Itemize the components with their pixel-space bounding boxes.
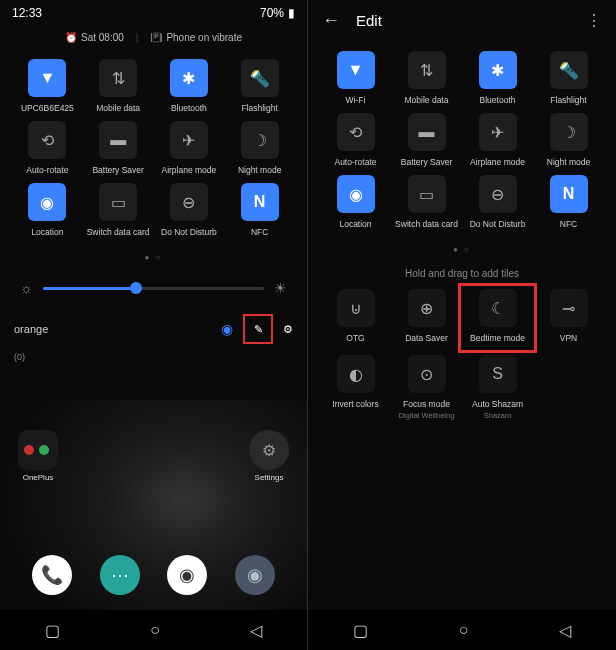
tile-moon[interactable]: ☽Night mode: [226, 121, 293, 175]
tile-dnd[interactable]: ⊖Do Not Disturb: [464, 175, 531, 229]
nav-back-icon[interactable]: ◁: [250, 621, 262, 640]
moon-icon: ☽: [241, 121, 279, 159]
tile-wifi[interactable]: ▼UPC6B6E425: [14, 59, 81, 113]
nav-back-icon[interactable]: ◁: [559, 621, 571, 640]
edit-header: ← Edit ⋮: [308, 0, 616, 41]
tile-label: Flashlight: [241, 103, 277, 113]
tile-airplane[interactable]: ✈Airplane mode: [156, 121, 223, 175]
extra-tile-grid: ⊍OTG⊕Data Saver☾Bedtime mode⊸VPN◐Invert …: [308, 279, 616, 430]
tile-invert[interactable]: ◐Invert colors: [322, 355, 389, 420]
back-icon[interactable]: ←: [322, 10, 340, 31]
folder-icon: [18, 430, 58, 470]
tile-label: VPN: [560, 333, 577, 343]
sim-icon: ▭: [99, 183, 137, 221]
tile-nfc[interactable]: NNFC: [535, 175, 602, 229]
chrome-app-icon[interactable]: ◉: [167, 555, 207, 595]
swap-icon: ⇅: [408, 51, 446, 89]
moon-icon: ☽: [550, 113, 588, 151]
camera-app-icon[interactable]: ◉: [235, 555, 275, 595]
tile-label: Flashlight: [550, 95, 586, 105]
battery-icon: ▬: [408, 113, 446, 151]
tile-grid: ▼UPC6B6E425⇅Mobile data✱Bluetooth🔦Flashl…: [0, 49, 307, 247]
app-settings[interactable]: ⚙ Settings: [249, 430, 289, 482]
nfc-icon: N: [241, 183, 279, 221]
page-dots[interactable]: ● ○: [308, 239, 616, 260]
tile-label: Mobile data: [96, 103, 140, 113]
tile-swap[interactable]: ⇅Mobile data: [393, 51, 460, 105]
edit-icon[interactable]: ✎: [254, 323, 263, 336]
tile-label: UPC6B6E425: [21, 103, 74, 113]
tile-sim[interactable]: ▭Switch data card: [393, 175, 460, 229]
vibrate-info[interactable]: 📳 Phone on vibrate: [150, 32, 242, 43]
tile-dnd[interactable]: ⊖Do Not Disturb: [156, 183, 223, 237]
datasaver-icon: ⊕: [408, 289, 446, 327]
dnd-icon: ⊖: [479, 175, 517, 213]
nav-recents-icon[interactable]: ▢: [45, 621, 60, 640]
tile-moon[interactable]: ☽Night mode: [535, 113, 602, 167]
page-dots[interactable]: ● ○: [0, 247, 307, 268]
tile-airplane[interactable]: ✈Airplane mode: [464, 113, 531, 167]
tile-label: Airplane mode: [470, 157, 525, 167]
tile-shazam[interactable]: SAuto ShazamShazam: [464, 355, 531, 420]
tile-label: Switch data card: [87, 227, 150, 237]
tile-bedtime[interactable]: ☾Bedtime mode: [464, 289, 531, 347]
quicksettings-screen: 12:33 70% ▮ ⏰ Sat 08:00 | 📳 Phone on vib…: [0, 0, 308, 650]
clock: 12:33: [12, 6, 42, 20]
messages-app-icon[interactable]: ⋯: [100, 555, 140, 595]
tile-label: Bluetooth: [171, 103, 207, 113]
vpn-icon: ⊸: [550, 289, 588, 327]
tile-sim[interactable]: ▭Switch data card: [85, 183, 152, 237]
tile-label: Focus mode: [403, 399, 450, 409]
tile-label: NFC: [251, 227, 268, 237]
tile-location[interactable]: ◉Location: [14, 183, 81, 237]
user-icon[interactable]: ◉: [221, 321, 233, 337]
brightness-slider[interactable]: ☼ ☀: [0, 268, 307, 308]
tile-label: Auto-rotate: [26, 165, 68, 175]
tile-battery[interactable]: ▬Battery Saver: [85, 121, 152, 175]
tile-bluetooth[interactable]: ✱Bluetooth: [156, 59, 223, 113]
tile-label: Location: [31, 227, 63, 237]
nav-home-icon[interactable]: ○: [150, 621, 160, 639]
tile-flashlight[interactable]: 🔦Flashlight: [535, 51, 602, 105]
tile-label: Night mode: [547, 157, 590, 167]
bedtime-icon: ☾: [479, 289, 517, 327]
slider-thumb[interactable]: [130, 282, 142, 294]
tile-usb[interactable]: ⊍OTG: [322, 289, 389, 347]
shazam-icon: S: [479, 355, 517, 393]
tile-rotate[interactable]: ⟲Auto-rotate: [14, 121, 81, 175]
nfc-icon: N: [550, 175, 588, 213]
tile-swap[interactable]: ⇅Mobile data: [85, 59, 152, 113]
tile-label: Wi-Fi: [346, 95, 366, 105]
tile-location[interactable]: ◉Location: [322, 175, 389, 229]
tile-vpn[interactable]: ⊸VPN: [535, 289, 602, 347]
tile-focus[interactable]: ⊙Focus modeDigital Wellbeing: [393, 355, 460, 420]
tile-battery[interactable]: ▬Battery Saver: [393, 113, 460, 167]
rotate-icon: ⟲: [28, 121, 66, 159]
more-icon[interactable]: ⋮: [586, 11, 602, 30]
bluetooth-icon: ✱: [479, 51, 517, 89]
slider-track[interactable]: [43, 287, 264, 290]
alarm-info[interactable]: ⏰ Sat 08:00: [65, 32, 124, 43]
tile-flashlight[interactable]: 🔦Flashlight: [226, 59, 293, 113]
location-icon: ◉: [337, 175, 375, 213]
location-icon: ◉: [28, 183, 66, 221]
tile-label: Invert colors: [332, 399, 378, 409]
tile-rotate[interactable]: ⟲Auto-rotate: [322, 113, 389, 167]
nav-recents-icon[interactable]: ▢: [353, 621, 368, 640]
nav-home-icon[interactable]: ○: [459, 621, 469, 639]
tile-wifi[interactable]: ▼Wi-Fi: [322, 51, 389, 105]
tile-label: Do Not Disturb: [470, 219, 526, 229]
settings-icon[interactable]: ⚙: [283, 323, 293, 336]
tile-label: Location: [339, 219, 371, 229]
tile-datasaver[interactable]: ⊕Data Saver: [393, 289, 460, 347]
app-oneplus[interactable]: OnePlus: [18, 430, 58, 482]
invert-icon: ◐: [337, 355, 375, 393]
tile-nfc[interactable]: NNFC: [226, 183, 293, 237]
dock: 📞 ⋯ ◉ ◉: [0, 555, 307, 595]
brightness-high-icon: ☀: [274, 280, 287, 296]
wifi-icon: ▼: [337, 51, 375, 89]
phone-app-icon[interactable]: 📞: [32, 555, 72, 595]
tile-bluetooth[interactable]: ✱Bluetooth: [464, 51, 531, 105]
edit-button-highlight: ✎: [243, 314, 273, 344]
focus-icon: ⊙: [408, 355, 446, 393]
